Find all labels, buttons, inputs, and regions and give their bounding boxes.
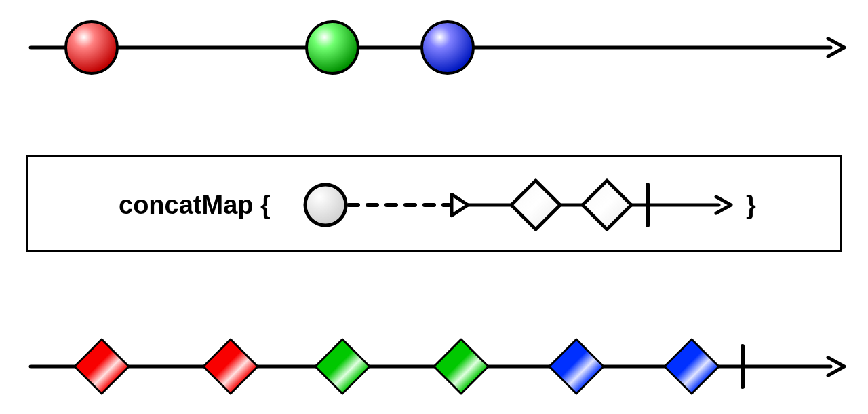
operator-label-prefix: concatMap { [119, 191, 271, 219]
output-diamond-5-blue [665, 339, 719, 394]
output-diamond-4-blue [549, 339, 604, 394]
inner-template-circle-icon [305, 185, 346, 225]
operator-label-suffix: } [746, 191, 756, 219]
output-diamond-0-red [75, 339, 129, 394]
source-marble-a [66, 22, 117, 73]
concatmap-marble-diagram: concatMap {} [0, 0, 868, 414]
output-diamond-1-red [203, 339, 258, 394]
source-marble-c [422, 22, 473, 73]
output-diamond-3-green [434, 339, 488, 394]
output-diamond-2-green [315, 339, 370, 394]
source-marble-b [307, 22, 358, 73]
